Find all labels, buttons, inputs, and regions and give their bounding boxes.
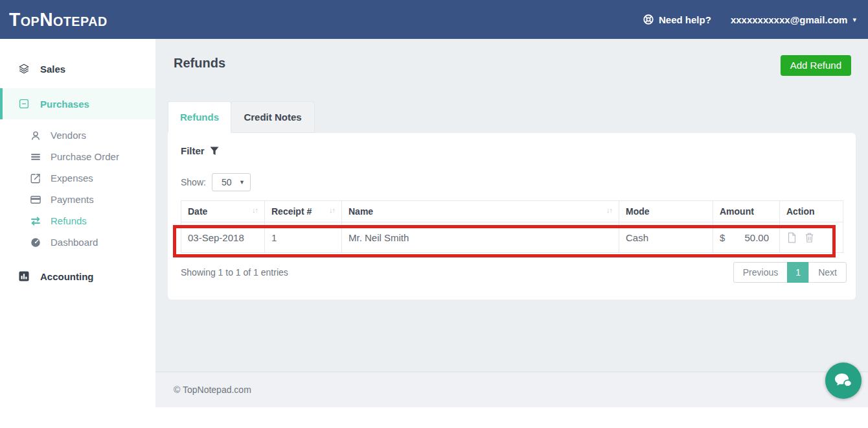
sort-icon[interactable]: ↓↑ [606, 206, 612, 214]
purchase-order-lines-icon [30, 151, 41, 163]
sidebar-item-accounting[interactable]: Accounting [0, 261, 155, 292]
cell-action [780, 222, 843, 253]
show-entries-value: 50 [222, 177, 232, 187]
account-menu[interactable]: xxxxxxxxxxx@gmail.com ▾ [731, 14, 856, 25]
collapse-minus-icon [18, 98, 30, 110]
sidebar-label-vendors: Vendors [51, 130, 86, 141]
sidebar-label-dashboard: Dashboard [51, 237, 98, 248]
header-right: Need help? xxxxxxxxxxx@gmail.com ▾ [643, 14, 856, 25]
payments-card-icon [30, 194, 41, 206]
cell-name: Mr. Neil Smith [342, 222, 619, 253]
sidebar-label-refunds: Refunds [51, 215, 87, 226]
pagination-previous-button[interactable]: Previous [733, 262, 788, 283]
sort-icon[interactable]: ↓↑ [252, 206, 258, 214]
chat-bubbles-icon [833, 370, 854, 391]
app-header: TopNotepad Need help? xxxxxxxxxxx@gmail.… [0, 0, 868, 39]
tab-bar: Refunds Credit Notes [168, 101, 315, 133]
expenses-share-icon [30, 172, 41, 184]
filter-label: Filter [181, 145, 205, 156]
table-header-row: ↓↑ Date ↓↑ Receipt # ↓↑ Name Mode [181, 201, 843, 222]
add-refund-button[interactable]: Add Refund [781, 55, 851, 76]
page-title: Refunds [174, 56, 225, 71]
chevron-down-icon: ▾ [852, 16, 856, 24]
user-email: xxxxxxxxxxx@gmail.com [731, 14, 848, 25]
currency-symbol: $ [720, 232, 725, 243]
column-header-name[interactable]: ↓↑ Name [342, 201, 619, 222]
cell-mode: Cash [619, 222, 713, 253]
show-entries-control: Show: 50 ▼ [181, 173, 251, 191]
pagination-next-button[interactable]: Next [808, 262, 847, 283]
accounting-chart-icon [18, 270, 30, 282]
sidebar-label-accounting: Accounting [40, 271, 94, 282]
refunds-table: ↓↑ Date ↓↑ Receipt # ↓↑ Name Mode [181, 200, 843, 253]
cell-amount: $ 50.00 [713, 222, 780, 253]
sidebar-item-refunds[interactable]: Refunds [0, 210, 155, 232]
copyright-text: © TopNotepad.com [174, 385, 251, 395]
dashboard-gauge-icon [30, 237, 41, 248]
sidebar-item-vendors[interactable]: Vendors [0, 125, 155, 146]
refunds-panel: Filter Show: 50 ▼ ↓↑ Date [168, 133, 856, 300]
sidebar-item-expenses[interactable]: Expenses [0, 167, 155, 189]
sidebar-item-purchase-order[interactable]: Purchase Order [0, 146, 155, 167]
filter-funnel-icon [210, 147, 219, 156]
sidebar-item-payments[interactable]: Payments [0, 189, 155, 210]
main-content: Refunds Add Refund Refunds Credit Notes … [155, 39, 868, 372]
need-help-label: Need help? [659, 14, 711, 25]
tab-credit-notes[interactable]: Credit Notes [231, 101, 315, 133]
sidebar-item-sales[interactable]: Sales [0, 53, 155, 84]
tab-refunds[interactable]: Refunds [168, 101, 231, 133]
table-row: 03-Sep-2018 1 Mr. Neil Smith Cash $ 50.0… [181, 222, 843, 253]
show-entries-select[interactable]: 50 ▼ [212, 173, 251, 191]
amount-value: 50.00 [744, 232, 769, 243]
sidebar-item-purchases[interactable]: Purchases [0, 88, 155, 119]
refunds-exchange-icon [30, 215, 41, 227]
footer: © TopNotepad.com [155, 372, 868, 407]
vendors-person-icon [30, 130, 41, 141]
sidebar-label-expenses: Expenses [51, 172, 93, 184]
column-header-mode: Mode [619, 201, 713, 222]
column-header-receipt[interactable]: ↓↑ Receipt # [265, 201, 342, 222]
column-header-action: Action [780, 201, 843, 222]
chat-widget-button[interactable] [825, 363, 862, 399]
sidebar-item-dashboard[interactable]: Dashboard [0, 232, 155, 253]
pagination: Previous 1 Next [733, 262, 847, 283]
sidebar-label-payments: Payments [51, 194, 94, 205]
sidebar: Sales Purchases Vendors Purchase Order [0, 39, 155, 407]
trash-icon[interactable] [804, 232, 815, 244]
chevron-down-icon: ▼ [239, 179, 245, 185]
layers-icon [18, 63, 30, 75]
sidebar-label-sales: Sales [40, 64, 65, 75]
column-header-amount: Amount [713, 201, 780, 222]
sort-icon[interactable]: ↓↑ [329, 206, 335, 214]
sidebar-label-purchases: Purchases [40, 99, 89, 110]
filter-toggle[interactable]: Filter [181, 145, 219, 156]
cell-date: 03-Sep-2018 [181, 222, 265, 253]
entries-summary: Showing 1 to 1 of 1 entries [181, 267, 288, 278]
help-buoy-icon [643, 14, 654, 25]
document-icon[interactable] [786, 232, 797, 244]
pagination-page-1-button[interactable]: 1 [787, 262, 809, 283]
column-header-date[interactable]: ↓↑ Date [181, 201, 265, 222]
need-help-link[interactable]: Need help? [643, 14, 711, 25]
cell-receipt: 1 [265, 222, 342, 253]
show-label: Show: [181, 177, 206, 187]
sidebar-label-purchase-order: Purchase Order [51, 151, 119, 162]
app-logo[interactable]: TopNotepad [9, 8, 108, 30]
